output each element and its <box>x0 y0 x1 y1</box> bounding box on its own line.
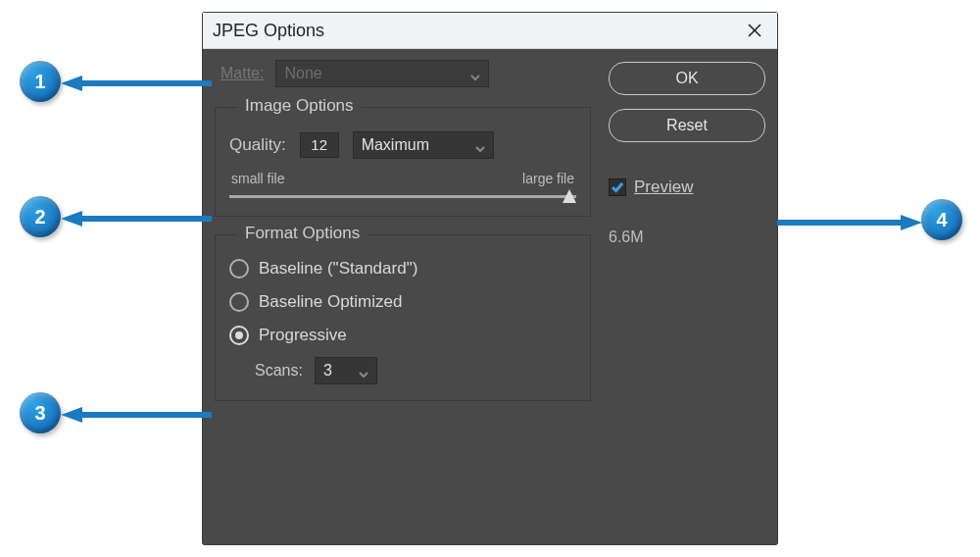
matte-dropdown[interactable]: None <box>275 60 489 87</box>
scans-value: 3 <box>323 362 332 380</box>
svg-marker-8 <box>61 407 82 423</box>
filesize-readout: 6.6M <box>609 228 765 246</box>
svg-marker-6 <box>61 211 82 227</box>
close-button[interactable] <box>732 13 777 48</box>
scans-dropdown[interactable]: 3 <box>315 357 377 384</box>
callout-label: 2 <box>34 206 45 228</box>
arrow-4 <box>777 215 922 230</box>
dialog-body: Matte: None Image Options Quality: 12 <box>213 58 767 534</box>
preview-checkbox-row[interactable]: Preview <box>609 177 765 197</box>
image-options-title: Image Options <box>237 96 362 116</box>
quality-slider[interactable] <box>229 192 576 200</box>
quality-preset-dropdown[interactable]: Maximum <box>353 131 494 159</box>
reset-button[interactable]: Reset <box>609 109 765 142</box>
format-options-title: Format Options <box>237 224 368 243</box>
slider-labels: small file large file <box>229 171 576 186</box>
reset-label: Reset <box>666 117 708 134</box>
chevron-down-icon <box>470 69 480 78</box>
callout-4: 4 <box>921 199 962 240</box>
svg-marker-10 <box>901 215 922 230</box>
slider-thumb[interactable] <box>563 189 576 203</box>
preview-checkbox[interactable] <box>609 178 626 196</box>
matte-value: None <box>284 65 321 82</box>
arrow-2 <box>61 211 212 227</box>
callout-3: 3 <box>20 392 61 433</box>
matte-label: Matte: <box>220 65 264 82</box>
svg-marker-4 <box>61 76 82 91</box>
radio-label: Progressive <box>259 326 347 345</box>
callout-2: 2 <box>20 196 61 237</box>
scans-row: Scans: 3 <box>255 357 576 384</box>
slider-line <box>229 195 576 198</box>
radio-icon <box>229 292 249 312</box>
slider-max-label: large file <box>522 171 574 186</box>
close-icon <box>748 24 761 37</box>
scans-label: Scans: <box>255 362 303 380</box>
radio-icon <box>229 259 249 278</box>
callout-label: 1 <box>34 71 45 93</box>
radio-baseline-optimized[interactable]: Baseline Optimized <box>229 292 576 312</box>
arrow-3 <box>61 407 212 423</box>
callout-label: 3 <box>34 402 45 425</box>
ok-button[interactable]: OK <box>609 62 765 95</box>
radio-label: Baseline Optimized <box>259 292 402 312</box>
callout-label: 4 <box>936 209 947 231</box>
titlebar: JPEG Options <box>203 13 777 49</box>
left-column: Matte: None Image Options Quality: 12 <box>213 58 593 419</box>
callout-1: 1 <box>20 61 61 102</box>
right-column: OK Reset Preview 6.6M <box>609 62 765 246</box>
format-options-group: Format Options Baseline ("Standard") Bas… <box>215 234 591 401</box>
slider-min-label: small file <box>231 171 284 186</box>
quality-preset-value: Maximum <box>362 136 429 154</box>
svg-marker-2 <box>563 189 576 203</box>
radio-label: Baseline ("Standard") <box>259 259 417 278</box>
image-options-group: Image Options Quality: 12 Maximum s <box>215 107 591 217</box>
radio-icon <box>229 326 249 345</box>
preview-label: Preview <box>634 177 693 197</box>
quality-label: Quality: <box>229 135 286 155</box>
format-radio-list: Baseline ("Standard") Baseline Optimized… <box>229 259 576 345</box>
radio-baseline-standard[interactable]: Baseline ("Standard") <box>229 259 576 278</box>
matte-row: Matte: None <box>213 58 593 101</box>
ok-label: OK <box>675 70 698 87</box>
radio-progressive[interactable]: Progressive <box>229 326 576 345</box>
chevron-down-icon <box>359 366 368 376</box>
check-icon <box>612 181 623 193</box>
dialog-title: JPEG Options <box>213 21 732 41</box>
quality-row: Quality: 12 Maximum <box>229 131 576 159</box>
arrow-1 <box>61 76 212 91</box>
quality-input[interactable]: 12 <box>300 132 339 158</box>
jpeg-options-dialog: JPEG Options Matte: None <box>203 13 777 544</box>
chevron-down-icon <box>475 140 485 150</box>
